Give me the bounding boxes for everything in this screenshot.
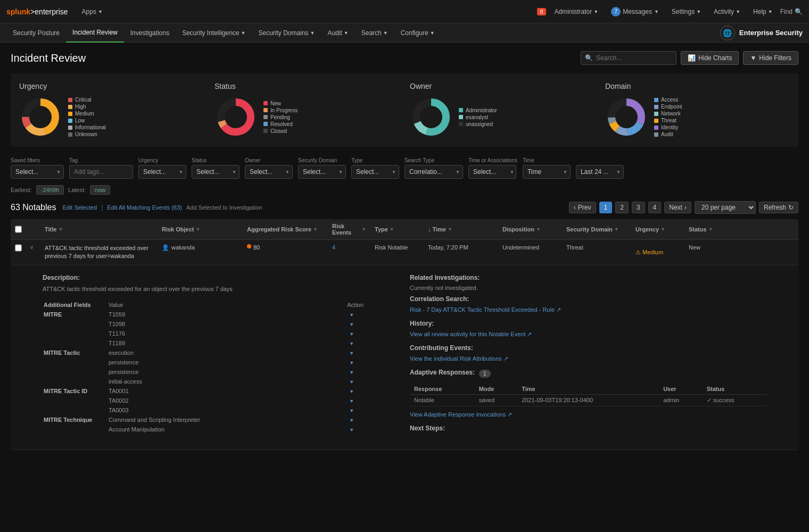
- admin-nav[interactable]: Administrator ▼: [549, 0, 604, 23]
- nav-security-posture[interactable]: Security Posture: [6, 23, 66, 43]
- time-range-filter-select[interactable]: Last 24 ...: [576, 165, 624, 179]
- latest-value[interactable]: now: [90, 185, 110, 195]
- mitre-value-t1098: T1098: [109, 320, 346, 328]
- mitre-action-3[interactable]: ▼: [349, 341, 354, 346]
- mitre-technique-action-1[interactable]: ▼: [349, 427, 354, 433]
- mitre-tactic-1: persistence: [109, 358, 346, 367]
- urgency-filter-select[interactable]: Select...: [138, 165, 186, 179]
- add-to-investigation-link[interactable]: Add Selected to Investigation: [186, 204, 262, 211]
- sort-icon: ▼: [614, 227, 619, 232]
- related-investigations-text: Currently not investigated.: [410, 285, 766, 291]
- edit-all-link[interactable]: Edit All Matching Events (63): [107, 204, 182, 211]
- status-donut: [214, 96, 257, 138]
- row-checkbox[interactable]: [15, 244, 22, 252]
- saved-filters-select[interactable]: Select...: [11, 165, 64, 179]
- th-agg-risk-score[interactable]: Aggregated Risk Score ▼: [243, 219, 328, 239]
- th-status[interactable]: Status ▼: [684, 219, 727, 239]
- view-adaptive-link[interactable]: View Adaptive Response Invocations ↗: [410, 411, 512, 418]
- next-page-button[interactable]: Next ›: [664, 202, 691, 213]
- mitre-tactic-action-1[interactable]: ▼: [349, 360, 354, 365]
- th-type[interactable]: Type ▼: [370, 219, 424, 239]
- status-filter-select[interactable]: Select...: [192, 165, 240, 179]
- nav-configure[interactable]: Configure ▼: [394, 23, 441, 43]
- per-page-select[interactable]: 20 per page: [695, 201, 756, 214]
- chevron-down-icon: ▼: [383, 30, 388, 36]
- contributing-events-link[interactable]: View the individual Risk Attributions ↗: [410, 355, 508, 362]
- earliest-value[interactable]: -24h9h: [36, 185, 64, 195]
- domain-chart-content: Access Endpoint Network Threat: [605, 96, 790, 138]
- hide-filters-button[interactable]: ▼ Hide Filters: [743, 51, 798, 65]
- apps-nav[interactable]: Apps ▼: [77, 0, 108, 23]
- high-dot: [68, 105, 72, 109]
- security-domain-filter-select[interactable]: Select...: [298, 165, 346, 179]
- help-nav[interactable]: Help ▼: [748, 0, 778, 23]
- hide-charts-button[interactable]: 📊 Hide Charts: [681, 51, 739, 65]
- nav-search[interactable]: Search ▼: [355, 23, 394, 43]
- mitre-tactic-3: initial-access: [109, 377, 346, 386]
- time-filter-select[interactable]: Time: [523, 165, 571, 179]
- th-risk-events[interactable]: Risk Events ▼: [328, 219, 370, 239]
- th-urgency[interactable]: Urgency ▼: [631, 219, 684, 239]
- search-type-filter-select[interactable]: Correlatio...: [404, 165, 463, 179]
- nav-audit[interactable]: Audit ▼: [321, 23, 354, 43]
- mitre-action-1[interactable]: ▼: [349, 322, 354, 327]
- edit-selected-link[interactable]: Edit Selected: [62, 204, 97, 211]
- correlation-search-link[interactable]: Risk - 7 Day ATT&CK Tactic Threshold Exc…: [410, 306, 561, 313]
- urgency-filter-group: Urgency Select...: [138, 157, 186, 179]
- history-link[interactable]: View all review activity for this Notabl…: [410, 331, 532, 337]
- page-1-button[interactable]: 1: [599, 202, 613, 213]
- mitre-tactic-id-action-0[interactable]: ▼: [349, 389, 354, 394]
- row-risk-events-cell: 4: [328, 240, 370, 265]
- notables-actions: Edit Selected | Edit All Matching Events…: [62, 204, 262, 211]
- messages-nav[interactable]: 7 Messages ▼: [606, 0, 664, 23]
- type-filter-select[interactable]: Select...: [351, 165, 399, 179]
- mitre-tactic-id-action-1[interactable]: ▼: [349, 398, 354, 404]
- mitre-action-0[interactable]: ▼: [349, 312, 354, 318]
- legend-item-unknown: Unknown: [68, 131, 106, 137]
- search-input[interactable]: [581, 51, 676, 65]
- th-risk-object[interactable]: Risk Object ▼: [158, 219, 243, 239]
- nav-incident-review[interactable]: Incident Review: [66, 23, 124, 43]
- time-assoc-filter-wrapper: Select...: [468, 165, 517, 179]
- time-assoc-filter-select[interactable]: Select...: [468, 165, 516, 179]
- nav-investigations[interactable]: Investigations: [124, 23, 176, 43]
- search-wrapper: 🔍: [581, 51, 676, 65]
- tag-input[interactable]: [69, 165, 133, 179]
- mitre-tactic-action-2[interactable]: ▼: [349, 370, 354, 375]
- value-col-label: Value: [109, 301, 346, 309]
- adaptive-responses-count[interactable]: 1: [479, 370, 491, 378]
- th-title[interactable]: Title ▼: [40, 219, 158, 239]
- messages-badge: 7: [611, 7, 621, 16]
- th-time[interactable]: ↓ Time ▼: [424, 219, 498, 239]
- legend-item-endpoint: Endpoint: [654, 104, 682, 110]
- refresh-button[interactable]: Refresh ↻: [759, 202, 798, 213]
- select-all-checkbox[interactable]: [15, 226, 22, 233]
- th-disposition[interactable]: Disposition ▼: [498, 219, 562, 239]
- prev-page-button[interactable]: ‹ Prev: [569, 202, 596, 213]
- notables-header: 63 Notables Edit Selected | Edit All Mat…: [11, 201, 798, 214]
- expand-button[interactable]: ∨: [30, 244, 34, 250]
- mitre-tactic-id-action-2[interactable]: ▼: [349, 408, 354, 413]
- settings-nav[interactable]: Settings ▼: [666, 0, 706, 23]
- th-security-domain[interactable]: Security Domain ▼: [562, 219, 631, 239]
- row-risk-events[interactable]: 4: [332, 244, 335, 251]
- history-label: History:: [410, 320, 766, 327]
- mitre-technique-action-0[interactable]: ▼: [349, 418, 354, 423]
- mitre-tactic-action-0[interactable]: ▼: [349, 351, 354, 356]
- row-risk-score: 80: [253, 244, 260, 251]
- row-status: New: [689, 244, 700, 251]
- page-4-button[interactable]: 4: [648, 202, 662, 213]
- page-3-button[interactable]: 3: [632, 202, 645, 213]
- activity-nav[interactable]: Activity ▼: [708, 0, 746, 23]
- domain-chart: Domain Access: [605, 82, 790, 138]
- owner-filter-select[interactable]: Select...: [245, 165, 293, 179]
- mitre-tactic-id-0: TA0001: [109, 387, 346, 395]
- nav-security-intelligence[interactable]: Security Intelligence ▼: [176, 23, 252, 43]
- page-2-button[interactable]: 2: [615, 202, 629, 213]
- sort-icon: ▼: [661, 227, 665, 232]
- nav-security-domains[interactable]: Security Domains ▼: [252, 23, 321, 43]
- mitre-action-2[interactable]: ▼: [349, 331, 354, 337]
- mitre-tactic-action-3[interactable]: ▼: [349, 379, 354, 385]
- correlation-search-label: Correlation Search:: [410, 295, 766, 303]
- urgency-chart: Urgency Critical: [19, 82, 204, 138]
